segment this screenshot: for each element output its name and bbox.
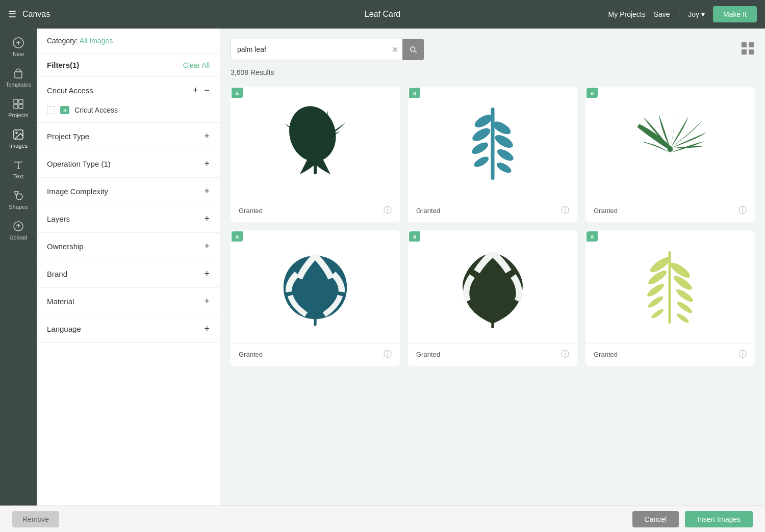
language-header[interactable]: Language + — [37, 315, 220, 342]
filter-section-project-type: Project Type + — [37, 123, 220, 150]
cricut-access-plus-icon[interactable]: + — [193, 85, 198, 96]
svg-rect-17 — [749, 49, 754, 55]
search-button[interactable] — [402, 39, 424, 60]
image-complexity-plus-icon[interactable]: + — [204, 186, 210, 197]
image-card-footer-1: Granted ⓘ — [232, 200, 399, 221]
svg-rect-3 — [15, 72, 22, 78]
info-icon-4[interactable]: ⓘ — [384, 349, 392, 360]
operation-type-header[interactable]: Operation Type (1) + — [37, 150, 220, 177]
ownership-label: Ownership — [47, 242, 84, 251]
chevron-down-icon: ▾ — [701, 10, 705, 18]
material-plus-icon[interactable]: + — [204, 296, 210, 307]
layers-label: Layers — [47, 215, 70, 223]
ownership-plus-icon[interactable]: + — [204, 241, 210, 252]
image-card-3[interactable]: a — [585, 87, 755, 222]
sidebar-item-upload[interactable]: Upload — [0, 216, 37, 245]
main-layout: New Templates Projects — [0, 29, 765, 506]
svg-point-36 — [672, 274, 694, 292]
info-icon-6[interactable]: ⓘ — [738, 349, 747, 360]
image-complexity-header[interactable]: Image Complexity + — [37, 178, 220, 205]
svg-point-41 — [650, 308, 665, 320]
operation-type-plus-icon[interactable]: + — [204, 158, 210, 169]
material-header[interactable]: Material + — [37, 288, 220, 315]
filter-section-image-complexity: Image Complexity + — [37, 178, 220, 205]
sidebar-item-templates[interactable]: Templates — [0, 63, 37, 92]
filter-section-language: Language + — [37, 315, 220, 343]
image-card-inner-4: a — [232, 231, 399, 343]
remove-button[interactable]: Remove — [12, 511, 59, 527]
my-projects-link[interactable]: My Projects — [608, 10, 646, 18]
info-icon-1[interactable]: ⓘ — [384, 205, 392, 216]
image-card-1[interactable]: a — [231, 87, 400, 222]
sidebar-item-shapes[interactable]: Shapes — [0, 185, 37, 214]
info-icon-2[interactable]: ⓘ — [561, 205, 569, 216]
svg-point-35 — [647, 268, 669, 286]
sidebar-label-new: New — [13, 51, 24, 57]
bottom-right: Cancel Insert Images — [632, 511, 753, 527]
granted-label-6: Granted — [594, 351, 618, 358]
cancel-button[interactable]: Cancel — [632, 511, 679, 527]
project-type-header[interactable]: Project Type + — [37, 123, 220, 150]
image-card-footer-4: Granted ⓘ — [232, 343, 399, 365]
user-name: Joy — [688, 10, 699, 18]
svg-marker-11 — [14, 192, 18, 196]
brand-plus-icon[interactable]: + — [204, 269, 210, 279]
image-card-inner-2: a — [409, 88, 576, 200]
filters-title: Filters(1) — [47, 61, 79, 69]
clear-all-button[interactable]: Clear All — [183, 61, 210, 69]
ownership-header[interactable]: Ownership + — [37, 233, 220, 260]
make-it-button[interactable]: Make It — [713, 6, 757, 22]
layers-plus-icon[interactable]: + — [204, 214, 210, 224]
brand-header[interactable]: Brand + — [37, 260, 220, 287]
grid-toggle-button[interactable] — [741, 41, 755, 58]
access-tag-1: a — [232, 88, 243, 98]
material-label: Material — [47, 297, 74, 306]
filter-section-layers: Layers + — [37, 205, 220, 233]
svg-point-39 — [647, 295, 665, 309]
sidebar-item-images[interactable]: Images — [0, 124, 37, 153]
filter-panel: Category: All Images Filters(1) Clear Al… — [37, 29, 220, 506]
insert-images-button[interactable]: Insert Images — [685, 511, 753, 527]
category-value[interactable]: All Images — [80, 37, 113, 45]
image-card-footer-5: Granted ⓘ — [409, 343, 576, 365]
svg-rect-5 — [19, 99, 23, 103]
image-card-2[interactable]: a — [408, 87, 577, 222]
image-card-4[interactable]: a — [231, 230, 400, 366]
image-card-inner-6: a — [586, 231, 754, 343]
info-icon-5[interactable]: ⓘ — [561, 349, 569, 360]
svg-rect-31 — [491, 322, 494, 328]
svg-point-27 — [472, 154, 490, 169]
menu-icon[interactable]: ☰ — [8, 9, 16, 20]
image-card-6[interactable]: a — [585, 230, 755, 366]
user-menu[interactable]: Joy ▾ — [688, 10, 705, 18]
filter-section-material: Material + — [37, 288, 220, 315]
save-button[interactable]: Save — [654, 10, 670, 18]
language-plus-icon[interactable]: + — [204, 324, 210, 334]
granted-label-1: Granted — [239, 207, 263, 215]
svg-point-28 — [495, 161, 513, 175]
image-card-footer-6: Granted ⓘ — [586, 343, 754, 365]
layers-header[interactable]: Layers + — [37, 205, 220, 232]
category-bar: Category: All Images — [37, 29, 220, 54]
info-icon-3[interactable]: ⓘ — [738, 205, 747, 216]
sidebar-item-text[interactable]: Text — [0, 155, 37, 183]
bottom-bar: Remove Cancel Insert Images — [0, 506, 765, 532]
search-clear-icon[interactable]: ✕ — [392, 45, 398, 55]
access-tag-4: a — [232, 231, 243, 242]
results-count: 3,608 Results — [231, 68, 755, 76]
search-input[interactable] — [237, 45, 392, 54]
operation-type-label: Operation Type (1) — [47, 159, 111, 168]
cricut-access-header[interactable]: Cricut Access + − — [37, 77, 220, 104]
sidebar-label-text: Text — [13, 173, 23, 179]
sidebar-item-projects[interactable]: Projects — [0, 94, 37, 122]
svg-rect-7 — [19, 104, 23, 109]
image-complexity-label: Image Complexity — [47, 187, 108, 196]
image-card-5[interactable]: a Granted ⓘ — [408, 230, 577, 366]
cricut-access-checkbox[interactable] — [47, 106, 55, 114]
project-type-plus-icon[interactable]: + — [204, 131, 210, 142]
image-card-inner-1: a — [232, 88, 399, 200]
cricut-access-minus-icon[interactable]: − — [204, 85, 210, 96]
sidebar-label-projects: Projects — [8, 112, 29, 118]
sidebar-item-new[interactable]: New — [0, 33, 37, 61]
granted-label-4: Granted — [239, 351, 263, 358]
